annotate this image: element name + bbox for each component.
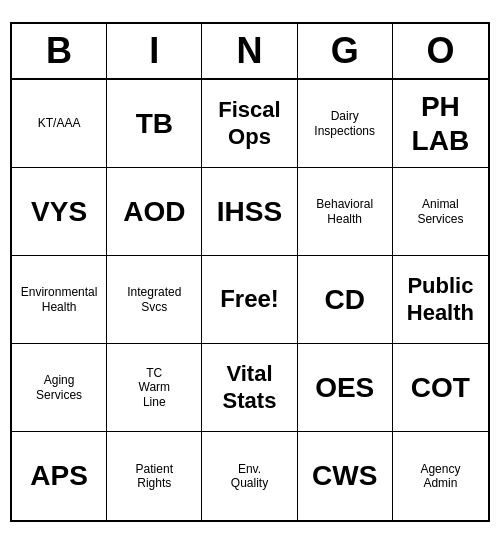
header-letter: I [107,24,202,78]
cell-label: OES [315,371,374,405]
bingo-cell: CD [298,256,393,344]
bingo-cell: Aging Services [12,344,107,432]
bingo-cell: Fiscal Ops [202,80,297,168]
bingo-cell: KT/AAA [12,80,107,168]
bingo-cell: Integrated Svcs [107,256,202,344]
cell-label: AOD [123,195,185,229]
cell-label: Behavioral Health [316,197,373,226]
cell-label: COT [411,371,470,405]
bingo-cell: AOD [107,168,202,256]
cell-label: TC Warm Line [139,366,171,409]
cell-label: Vital Stats [223,361,277,414]
bingo-cell: TC Warm Line [107,344,202,432]
bingo-cell: OES [298,344,393,432]
bingo-cell: Patient Rights [107,432,202,520]
cell-label: VYS [31,195,87,229]
bingo-cell: CWS [298,432,393,520]
cell-label: CWS [312,459,377,493]
cell-label: Patient Rights [136,462,173,491]
bingo-cell: TB [107,80,202,168]
cell-label: Dairy Inspections [314,109,375,138]
bingo-cell: Free! [202,256,297,344]
header-letter: G [298,24,393,78]
header-letter: N [202,24,297,78]
bingo-cell: APS [12,432,107,520]
cell-label: Environmental Health [21,285,98,314]
cell-label: KT/AAA [38,116,81,130]
bingo-card: BINGO KT/AAATBFiscal OpsDairy Inspection… [10,22,490,522]
cell-label: Integrated Svcs [127,285,181,314]
cell-label: Env. Quality [231,462,268,491]
bingo-cell: Env. Quality [202,432,297,520]
cell-label: IHSS [217,195,282,229]
header-letter: B [12,24,107,78]
cell-label: Animal Services [417,197,463,226]
cell-label: APS [30,459,88,493]
bingo-cell: IHSS [202,168,297,256]
bingo-cell: Behavioral Health [298,168,393,256]
cell-label: CD [324,283,364,317]
bingo-cell: Public Health [393,256,488,344]
bingo-header: BINGO [12,24,488,80]
bingo-cell: Agency Admin [393,432,488,520]
cell-label: PH LAB [412,90,470,157]
cell-label: Public Health [407,273,474,326]
cell-label: Aging Services [36,373,82,402]
cell-label: Free! [220,285,279,314]
bingo-cell: Animal Services [393,168,488,256]
bingo-cell: VYS [12,168,107,256]
cell-label: TB [136,107,173,141]
bingo-cell: COT [393,344,488,432]
bingo-cell: Vital Stats [202,344,297,432]
bingo-cell: Dairy Inspections [298,80,393,168]
bingo-cell: PH LAB [393,80,488,168]
bingo-cell: Environmental Health [12,256,107,344]
cell-label: Agency Admin [420,462,460,491]
cell-label: Fiscal Ops [218,97,280,150]
header-letter: O [393,24,488,78]
bingo-grid: KT/AAATBFiscal OpsDairy InspectionsPH LA… [12,80,488,520]
